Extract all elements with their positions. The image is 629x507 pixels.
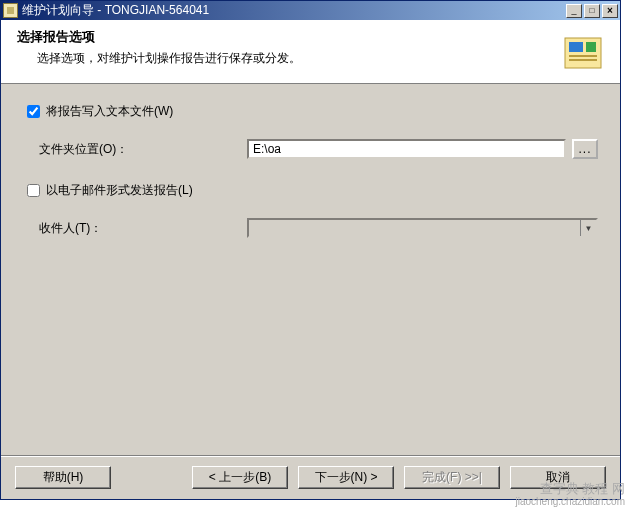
wizard-button-bar: 帮助(H) < 上一步(B) 下一步(N) > 完成(F) >>| 取消 (1, 455, 620, 499)
recipient-row: 收件人(T)： ▼ (39, 218, 598, 238)
svg-rect-4 (569, 59, 597, 61)
chevron-down-icon: ▼ (580, 220, 596, 236)
header-title: 选择报告选项 (17, 28, 560, 46)
folder-row: 文件夹位置(O)： ... (39, 139, 598, 159)
svg-rect-3 (569, 55, 597, 57)
browse-button[interactable]: ... (572, 139, 598, 159)
server-icon (560, 26, 610, 76)
cancel-button[interactable]: 取消 (510, 466, 606, 489)
next-button[interactable]: 下一步(N) > (298, 466, 394, 489)
write-report-row: 将报告写入文本文件(W) (23, 102, 598, 121)
content-area: 将报告写入文本文件(W) 文件夹位置(O)： ... 以电子邮件形式发送报告(L… (1, 84, 620, 455)
finish-button: 完成(F) >>| (404, 466, 500, 489)
write-report-label: 将报告写入文本文件(W) (46, 103, 173, 120)
help-button[interactable]: 帮助(H) (15, 466, 111, 489)
back-button[interactable]: < 上一步(B) (192, 466, 288, 489)
svg-rect-2 (586, 42, 596, 52)
svg-rect-1 (569, 42, 583, 52)
recipient-label: 收件人(T)： (39, 220, 247, 237)
email-report-row: 以电子邮件形式发送报告(L) (23, 181, 598, 200)
maximize-button[interactable]: □ (584, 4, 600, 18)
minimize-button[interactable]: _ (566, 4, 582, 18)
write-report-checkbox[interactable] (27, 105, 40, 118)
wizard-header: 选择报告选项 选择选项，对维护计划操作报告进行保存或分发。 (1, 20, 620, 84)
email-report-label: 以电子邮件形式发送报告(L) (46, 182, 193, 199)
app-icon (3, 3, 18, 18)
close-button[interactable]: × (602, 4, 618, 18)
folder-input[interactable] (247, 139, 566, 159)
folder-label: 文件夹位置(O)： (39, 141, 247, 158)
header-text: 选择报告选项 选择选项，对维护计划操作报告进行保存或分发。 (1, 20, 560, 83)
window-controls: _ □ × (564, 4, 618, 18)
wizard-window: 维护计划向导 - TONGJIAN-564041 _ □ × 选择报告选项 选择… (0, 0, 621, 500)
titlebar: 维护计划向导 - TONGJIAN-564041 _ □ × (1, 1, 620, 20)
email-report-checkbox[interactable] (27, 184, 40, 197)
window-title: 维护计划向导 - TONGJIAN-564041 (22, 2, 564, 19)
recipient-combo: ▼ (247, 218, 598, 238)
header-description: 选择选项，对维护计划操作报告进行保存或分发。 (37, 50, 560, 67)
